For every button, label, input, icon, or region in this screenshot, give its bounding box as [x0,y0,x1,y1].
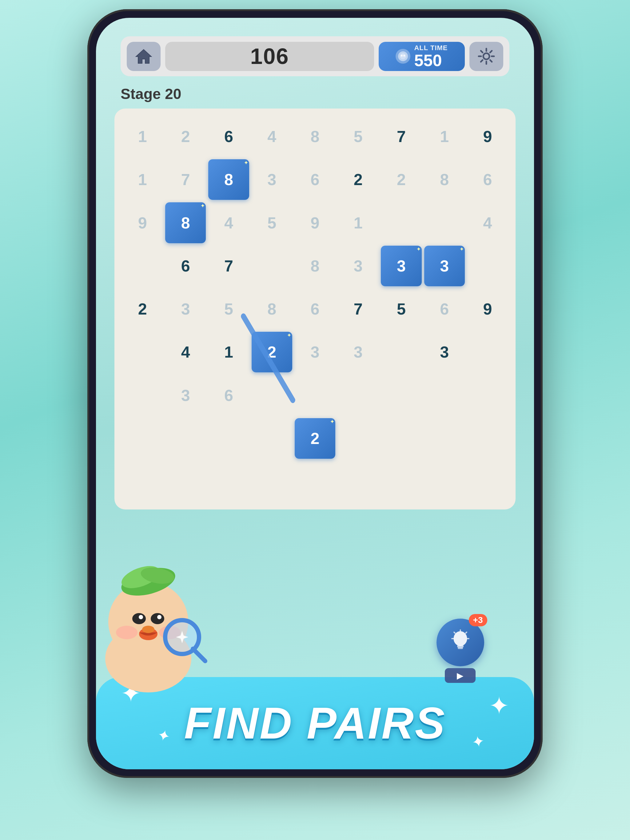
grid-cell[interactable] [252,461,292,502]
grid-cell[interactable] [122,418,163,459]
grid-cell[interactable]: 5 [208,289,249,329]
grid-cell[interactable] [295,375,335,415]
grid-cell[interactable]: 8 [295,246,335,286]
grid-cell[interactable]: 1 [208,332,249,373]
svg-rect-8 [458,647,463,649]
grid-cell[interactable]: ✦8 [165,202,206,243]
grid-cell[interactable] [338,375,378,415]
alltime-text: ALL TIME 550 [414,44,448,69]
grid-cell[interactable] [381,375,421,415]
grid-cell[interactable]: 9 [467,289,508,329]
svg-point-6 [453,631,467,646]
grid-cell[interactable]: 4 [165,332,206,373]
hint-button[interactable]: +3 ▶ [429,619,491,680]
grid-cell[interactable] [122,332,163,373]
grid-cell[interactable] [252,375,292,415]
grid-cell[interactable]: 3 [252,159,292,200]
grid-cell[interactable] [252,246,292,286]
grid-cell[interactable] [122,461,163,502]
grid-cell[interactable]: ✦2 [252,332,292,373]
svg-rect-7 [457,645,464,647]
grid-cell[interactable]: ✦3 [424,246,465,286]
grid-cell[interactable]: 6 [295,289,335,329]
grid-cell[interactable]: 7 [338,289,378,329]
grid-cell[interactable]: 2 [122,289,163,329]
grid-cell[interactable]: 5 [338,116,378,157]
grid-cell[interactable] [381,202,421,243]
hint-play-button[interactable]: ▶ [445,668,476,683]
grid-cell[interactable]: 7 [381,116,421,157]
grid-cell[interactable] [122,246,163,286]
grid-cell[interactable] [165,418,206,459]
grid-cell[interactable] [424,375,465,415]
grid-cell[interactable] [381,418,421,459]
grid-cell[interactable]: 7 [165,159,206,200]
grid-cell[interactable]: 3 [424,332,465,373]
grid-cell[interactable] [467,246,508,286]
score-display: 106 [165,42,374,71]
grid-cell[interactable] [424,202,465,243]
grid-cell[interactable]: 8 [252,289,292,329]
grid-cell[interactable]: ✦2 [295,418,335,459]
grid-cell[interactable]: 6 [208,116,249,157]
grid-cell[interactable] [424,418,465,459]
grid-cell[interactable]: 6 [295,159,335,200]
grid-cell[interactable]: 4 [208,202,249,243]
grid-cell[interactable]: 4 [467,202,508,243]
grid-cell[interactable]: 8 [424,159,465,200]
grid-cell[interactable] [424,461,465,502]
grid-cell[interactable]: 6 [424,289,465,329]
svg-point-16 [157,615,161,619]
sparkle-2: ✦ [155,726,173,746]
grid-cell[interactable]: 9 [467,116,508,157]
grid-cell[interactable] [381,461,421,502]
settings-button[interactable] [469,42,503,71]
grid-cell[interactable] [122,375,163,415]
grid-cell[interactable] [252,418,292,459]
find-pairs-title: FIND PAIRS [184,698,446,749]
grid-cell[interactable]: 2 [338,159,378,200]
grid-cell[interactable]: 9 [122,202,163,243]
grid-cell[interactable]: 1 [338,202,378,243]
grid-cell[interactable] [467,332,508,373]
grid-cell[interactable] [208,418,249,459]
grid-cell[interactable] [467,418,508,459]
grid-cell[interactable]: 7 [208,246,249,286]
hint-circle: +3 [437,619,484,666]
home-button[interactable] [127,42,161,71]
grid-cell[interactable]: 5 [252,202,292,243]
grid-cell[interactable]: 2 [381,159,421,200]
grid-cell[interactable]: 4 [252,116,292,157]
svg-point-2 [401,55,403,57]
grid-cell[interactable]: 6 [208,375,249,415]
grid-cell[interactable] [467,461,508,502]
grid-cell[interactable]: 9 [295,202,335,243]
alltime-button[interactable]: ALL TIME 550 [379,42,465,71]
grid-cell[interactable]: 3 [338,246,378,286]
grid-cell[interactable]: 3 [165,375,206,415]
grid-cell[interactable]: 3 [165,289,206,329]
grid-cell[interactable]: 8 [295,116,335,157]
grid-cell[interactable]: 3 [338,332,378,373]
game-grid: 12648571917✦83622869✦8459146783✦3✦323586… [122,116,508,502]
grid-cell[interactable] [381,332,421,373]
grid-cell[interactable] [338,418,378,459]
grid-cell[interactable]: ✦8 [208,159,249,200]
grid-cell[interactable]: 1 [122,159,163,200]
grid-cell[interactable] [165,461,206,502]
grid-cell[interactable]: 2 [165,116,206,157]
grid-cell[interactable] [338,461,378,502]
grid-cell[interactable]: 5 [381,289,421,329]
grid-cell[interactable]: 6 [165,246,206,286]
svg-point-18 [142,626,154,633]
grid-cell[interactable]: 1 [122,116,163,157]
grid-cell[interactable]: 3 [295,332,335,373]
grid-cell[interactable]: ✦3 [381,246,421,286]
svg-point-11 [116,626,138,639]
grid-cell[interactable]: 1 [424,116,465,157]
grid-cell[interactable]: 6 [467,159,508,200]
svg-point-14 [151,613,164,624]
grid-cell[interactable] [208,461,249,502]
grid-cell[interactable] [295,461,335,502]
grid-cell[interactable] [467,375,508,415]
